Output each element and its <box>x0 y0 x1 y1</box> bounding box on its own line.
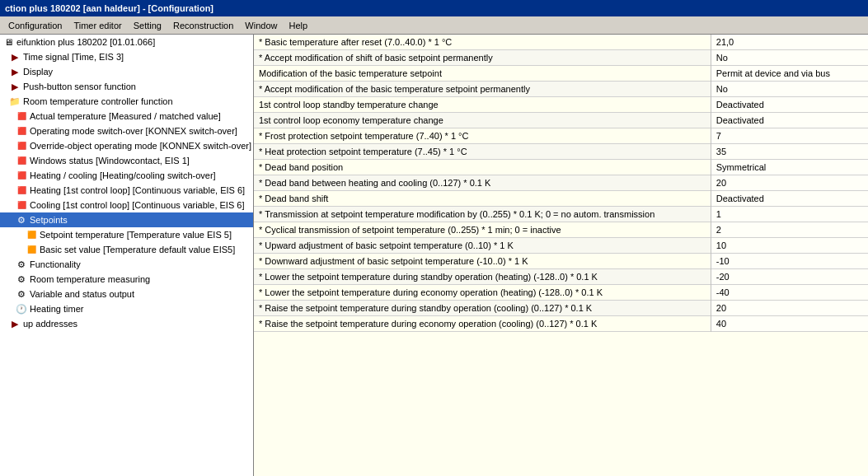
param-label: * Accept modification of the basic tempe… <box>254 82 711 97</box>
tree-timesignal[interactable]: ▶ Time signal [Time, EIS 3] <box>0 49 253 64</box>
menu-timer-editor[interactable]: Timer editor <box>68 19 126 32</box>
timesignal-icon: ▶ <box>8 50 21 63</box>
tree-roomcontroller[interactable]: 📁 Room temperature controller function <box>0 94 253 109</box>
tree-override[interactable]: 🟥 Override-object operating mode [KONNEX… <box>0 138 253 153</box>
tree-actual[interactable]: 🟥 Actual temperature [Measured / matched… <box>0 109 253 124</box>
tree-operating[interactable]: 🟥 Operating mode switch-over [KONNEX swi… <box>0 124 253 138</box>
tree-heating1st[interactable]: 🟥 Heating [1st control loop] [Continuous… <box>0 183 253 198</box>
param-value: No <box>711 50 868 66</box>
tree-basicset[interactable]: 🟧 Basic set value [Temperature default v… <box>0 242 253 257</box>
table-row[interactable]: * Accept modification of shift of basic … <box>254 50 868 66</box>
tree-basicset-label: Basic set value [Temperature default val… <box>40 245 235 254</box>
tree-heatingtimer[interactable]: 🕐 Heating timer <box>0 301 253 316</box>
tree-setpoints-label: Setpoints <box>30 215 68 225</box>
variable-icon: ⚙ <box>15 287 28 301</box>
param-value: 20 <box>711 301 868 316</box>
setpointtemp-icon: 🟧 <box>25 228 38 241</box>
tree-timesignal-label: Time signal [Time, EIS 3] <box>23 52 124 62</box>
param-label: * Raise the setpoint temperature during … <box>254 301 711 316</box>
table-row[interactable]: * Basic temperature after reset (7.0..40… <box>254 35 868 50</box>
table-row[interactable]: * Frost protection setpoint temperature … <box>254 128 868 144</box>
param-value: 10 <box>711 238 868 254</box>
setpoints-icon: ⚙ <box>15 213 28 226</box>
param-label: * Dead band position <box>254 160 711 175</box>
tree-variable[interactable]: ⚙ Variable and status output <box>0 287 253 301</box>
param-value: 2 <box>711 222 868 238</box>
pushbutton-icon: ▶ <box>8 80 21 93</box>
display-icon: ▶ <box>8 65 21 78</box>
table-row[interactable]: * Accept modification of the basic tempe… <box>254 82 868 97</box>
param-label: * Frost protection setpoint temperature … <box>254 128 711 144</box>
tree-setpointtemp[interactable]: 🟧 Setpoint temperature [Temperature valu… <box>0 227 253 242</box>
tree-heatingtimer-label: Heating timer <box>30 304 83 314</box>
param-label: Modification of the basic temperature se… <box>254 66 711 82</box>
tree-setpoints[interactable]: ⚙ Setpoints <box>0 212 253 227</box>
upaddresses-icon: ▶ <box>8 317 21 330</box>
param-value: 35 <box>711 144 868 160</box>
param-label: * Lower the setpoint temperature during … <box>254 285 711 301</box>
param-label: 1st control loop standby temperature cha… <box>254 97 711 113</box>
tree-heating[interactable]: 🟥 Heating / cooling [Heating/cooling swi… <box>0 168 253 183</box>
param-label: * Accept modification of shift of basic … <box>254 50 711 66</box>
param-value: 7 <box>711 128 868 144</box>
param-value: Deactivated <box>711 113 868 128</box>
param-label: * Raise the setpoint temperature during … <box>254 316 711 332</box>
tree-cooling1st[interactable]: 🟥 Cooling [1st control loop] [Continuous… <box>0 198 253 212</box>
param-value: -10 <box>711 254 868 269</box>
tree-variable-label: Variable and status output <box>30 289 134 299</box>
table-row[interactable]: Modification of the basic temperature se… <box>254 66 868 82</box>
param-label: * Downward adjustment of basic setpoint … <box>254 254 711 269</box>
table-row[interactable]: * Dead band shiftDeactivated <box>254 191 868 207</box>
table-row[interactable]: * Raise the setpoint temperature during … <box>254 301 868 316</box>
table-row[interactable]: * Dead band between heating and cooling … <box>254 175 868 191</box>
param-value: No <box>711 82 868 97</box>
tree-display-label: Display <box>23 67 53 77</box>
param-label: * Lower the setpoint temperature during … <box>254 269 711 285</box>
table-row[interactable]: * Cyclical transmission of setpoint temp… <box>254 222 868 238</box>
actual-icon: 🟥 <box>15 110 28 123</box>
param-value: 21,0 <box>711 35 868 50</box>
right-panel: * Basic temperature after reset (7.0..40… <box>254 35 868 476</box>
table-row[interactable]: * Dead band positionSymmetrical <box>254 160 868 175</box>
param-label: * Upward adjustment of basic setpoint te… <box>254 238 711 254</box>
tree-override-label: Override-object operating mode [KONNEX s… <box>30 141 251 151</box>
menu-window[interactable]: Window <box>240 19 282 32</box>
tree-eifunktion[interactable]: 🖥 eifunktion plus 180202 [01.01.066] <box>0 35 253 49</box>
table-row[interactable]: * Heat protection setpoint temperature (… <box>254 144 868 160</box>
menu-configuration[interactable]: Configuration <box>3 19 67 32</box>
table-row[interactable]: * Lower the setpoint temperature during … <box>254 285 868 301</box>
table-row[interactable]: * Upward adjustment of basic setpoint te… <box>254 238 868 254</box>
cooling1st-icon: 🟥 <box>15 198 28 212</box>
tree-pushbutton[interactable]: ▶ Push-button sensor function <box>0 79 253 94</box>
menu-help[interactable]: Help <box>284 19 312 32</box>
tree-windows[interactable]: 🟥 Windows status [Windowcontact, EIS 1] <box>0 153 253 168</box>
table-row[interactable]: 1st control loop standby temperature cha… <box>254 97 868 113</box>
param-label: * Dead band shift <box>254 191 711 207</box>
heating1st-icon: 🟥 <box>15 184 28 197</box>
table-row[interactable]: * Raise the setpoint temperature during … <box>254 316 868 332</box>
menu-setting[interactable]: Setting <box>129 19 167 32</box>
param-value: Deactivated <box>711 97 868 113</box>
tree-upaddresses[interactable]: ▶ up addresses <box>0 316 253 331</box>
param-value: -40 <box>711 285 868 301</box>
windows-icon: 🟥 <box>15 154 28 167</box>
tree-cooling1st-label: Cooling [1st control loop] [Continuous v… <box>30 200 244 210</box>
tree-functionality[interactable]: ⚙ Functionality <box>0 257 253 272</box>
table-row[interactable]: * Lower the setpoint temperature during … <box>254 269 868 285</box>
table-row[interactable]: * Downward adjustment of basic setpoint … <box>254 254 868 269</box>
table-row[interactable]: * Transmission at setpoint temperature m… <box>254 207 868 222</box>
menu-reconstruction[interactable]: Reconstruction <box>168 19 238 32</box>
heatingtimer-icon: 🕐 <box>15 302 28 315</box>
tree-heating1st-label: Heating [1st control loop] [Continuous v… <box>30 185 245 195</box>
left-panel: 🖥 eifunktion plus 180202 [01.01.066] ▶ T… <box>0 35 254 476</box>
param-value: 40 <box>711 316 868 332</box>
title-text: ction plus 180202 [aan haldeur] - [Confi… <box>5 3 213 13</box>
param-label: 1st control loop economy temperature cha… <box>254 113 711 128</box>
tree-display[interactable]: ▶ Display <box>0 64 253 79</box>
table-row[interactable]: 1st control loop economy temperature cha… <box>254 113 868 128</box>
tree-roommeasuring[interactable]: ⚙ Room temperature measuring <box>0 272 253 287</box>
tree-operating-label: Operating mode switch-over [KONNEX switc… <box>30 126 237 136</box>
tree-eifunktion-label: eifunktion plus 180202 [01.01.066] <box>16 37 155 47</box>
param-label: * Cyclical transmission of setpoint temp… <box>254 222 711 238</box>
pc-icon: 🖥 <box>2 35 15 49</box>
